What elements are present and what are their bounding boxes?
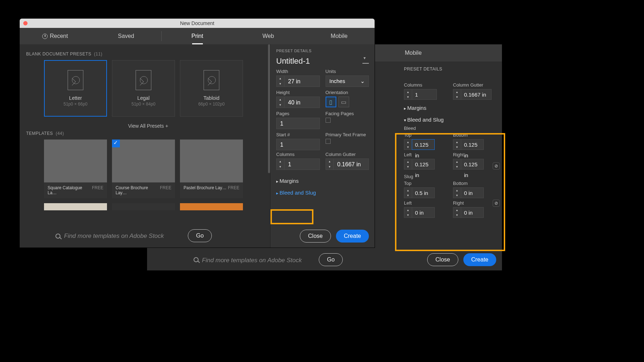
- back-stock-search[interactable]: Find more templates on Adobe Stock: [194, 257, 302, 264]
- gutter-stepper[interactable]: ▴▾: [453, 89, 461, 100]
- close-button[interactable]: Close: [300, 230, 331, 243]
- slug-bottom-value[interactable]: 0 in: [461, 187, 484, 198]
- bleed-top-value[interactable]: 0.125 in: [412, 139, 435, 150]
- bleed-left-value[interactable]: 0.125 in: [412, 159, 435, 170]
- create-button[interactable]: Create: [336, 230, 369, 243]
- preset-tabloid[interactable]: Tabloid 66p0 × 102p0: [180, 60, 243, 117]
- start-label: Start #: [276, 132, 320, 137]
- presets-panel: BLANK DOCUMENT PRESETS (11) Letter 51p0 …: [20, 44, 270, 248]
- columns-label: Columns: [276, 152, 320, 157]
- template-item[interactable]: Square Catalogue La…FREE: [44, 140, 107, 198]
- bleed-bottom-label: Bottom: [453, 132, 496, 138]
- primary-frame-label: Primary Text Frame: [326, 132, 369, 137]
- save-preset-icon[interactable]: [362, 59, 369, 64]
- slug-right-stepper[interactable]: ▴▾: [453, 207, 461, 218]
- search-icon: [55, 234, 60, 239]
- tab-saved[interactable]: Saved: [91, 28, 161, 44]
- back-preset-details-label: PRESET DETAILS: [398, 67, 502, 72]
- template-thumbnail: [112, 140, 175, 182]
- bleed-right-stepper[interactable]: ▴▾: [453, 159, 461, 170]
- slug-right-value[interactable]: 0 in: [461, 207, 484, 218]
- bleed-right-value[interactable]: 0.125 in: [461, 159, 484, 170]
- view-all-presets[interactable]: View All Presets: [26, 123, 270, 129]
- close-traffic-light[interactable]: [23, 21, 28, 25]
- document-icon: [68, 70, 83, 90]
- tab-print[interactable]: Print: [162, 28, 233, 44]
- start-input[interactable]: 1: [276, 139, 320, 150]
- clock-icon: [42, 34, 48, 39]
- back-margins-disclosure[interactable]: Margins: [398, 102, 502, 114]
- preset-details-label: PRESET DETAILS: [276, 49, 369, 53]
- back-columns-value[interactable]: 1: [412, 89, 437, 100]
- width-stepper[interactable]: ▴▾: [276, 75, 284, 87]
- search-icon: [194, 257, 199, 262]
- orientation-label: Orientation: [326, 90, 369, 95]
- slug-link-icon[interactable]: ⊘: [493, 200, 500, 207]
- preset-details-panel: PRESET DETAILS Untitled-1 Width ▴▾27 in …: [270, 44, 375, 248]
- bleed-left-label: Left: [404, 152, 447, 157]
- stock-search[interactable]: Find more templates on Adobe Stock: [55, 233, 164, 240]
- slug-left-stepper[interactable]: ▴▾: [404, 207, 412, 218]
- gutter-input[interactable]: 0.1667 in: [333, 158, 369, 170]
- orientation-portrait[interactable]: ▯: [326, 97, 336, 107]
- bleed-left-stepper[interactable]: ▴▾: [404, 159, 412, 170]
- bleedslug-disclosure[interactable]: Bleed and Slug: [276, 187, 369, 199]
- pages-input[interactable]: 1: [276, 118, 320, 129]
- back-gutter-label: Column Gutter: [453, 82, 496, 88]
- document-icon: [136, 70, 151, 90]
- tab-web[interactable]: Web: [233, 28, 304, 44]
- tab-recent[interactable]: Recent: [20, 28, 91, 44]
- back-gutter-value[interactable]: 0.1667 in: [461, 89, 492, 100]
- height-label: Height: [276, 90, 320, 95]
- back-close-button[interactable]: Close: [427, 253, 458, 266]
- back-create-button[interactable]: Create: [463, 253, 496, 266]
- bleed-bottom-value[interactable]: 0.125 in: [461, 139, 484, 150]
- margins-disclosure[interactable]: Margins: [276, 175, 369, 187]
- units-select[interactable]: Inches⌄: [326, 75, 369, 87]
- width-input[interactable]: 27 in: [284, 75, 320, 87]
- bleed-section-label: Bleed: [404, 126, 496, 131]
- columns-input[interactable]: 1: [284, 158, 320, 170]
- slug-bottom-label: Bottom: [453, 181, 496, 186]
- columns-stepper[interactable]: ▴▾: [404, 89, 412, 100]
- height-stepper[interactable]: ▴▾: [276, 97, 284, 108]
- back-preset-details-panel: PRESET DETAILS Columns ▴▾1 Column Gutter…: [398, 67, 502, 218]
- slug-left-value[interactable]: 0 in: [412, 207, 435, 218]
- facing-pages-checkbox[interactable]: [326, 118, 331, 123]
- titlebar: New Document: [20, 19, 375, 28]
- tab-mobile[interactable]: Mobile: [304, 28, 375, 44]
- slug-left-label: Left: [404, 200, 447, 206]
- slug-top-value[interactable]: 0.5 in: [412, 187, 435, 198]
- back-columns-label: Columns: [404, 82, 447, 88]
- bleed-top-stepper[interactable]: ▴▾: [404, 139, 412, 150]
- blank-presets-header: BLANK DOCUMENT PRESETS (11): [26, 52, 270, 57]
- columns-stepper[interactable]: ▴▾: [276, 158, 284, 170]
- document-name[interactable]: Untitled-1: [276, 57, 310, 66]
- new-document-window: New Document Recent Saved Print Web Mobi…: [20, 19, 375, 248]
- go-button[interactable]: Go: [188, 229, 212, 242]
- height-input[interactable]: 40 in: [284, 97, 320, 108]
- slug-top-stepper[interactable]: ▴▾: [404, 187, 412, 198]
- scrollbar[interactable]: [268, 44, 270, 173]
- preset-legal[interactable]: Legal 51p0 × 84p0: [112, 60, 175, 117]
- landscape-icon: ▭: [341, 99, 346, 106]
- primary-frame-checkbox[interactable]: [326, 139, 331, 144]
- slug-right-label: Right: [453, 200, 496, 206]
- portrait-icon: ▯: [329, 99, 332, 106]
- template-thumbnail: [44, 140, 107, 182]
- back-go-button[interactable]: Go: [319, 253, 343, 266]
- bleed-bottom-stepper[interactable]: ▴▾: [453, 139, 461, 150]
- slug-bottom-stepper[interactable]: ▴▾: [453, 187, 461, 198]
- template-thumbnail: [180, 140, 243, 182]
- template-item[interactable]: Course Brochure Lay…FREE: [112, 140, 175, 198]
- window-title: New Document: [28, 20, 367, 26]
- orientation-landscape[interactable]: ▭: [338, 97, 349, 107]
- template-item[interactable]: Pastel Brochure Lay…FREE: [180, 140, 243, 198]
- gutter-label: Column Gutter: [326, 152, 369, 157]
- bleed-right-label: Right: [453, 152, 496, 157]
- bleed-link-icon[interactable]: ⊘: [493, 162, 500, 170]
- pages-label: Pages: [276, 111, 320, 116]
- gutter-stepper[interactable]: ▴▾: [326, 158, 333, 170]
- preset-letter[interactable]: Letter 51p0 × 66p0: [44, 60, 107, 117]
- back-bleedslug-disclosure[interactable]: Bleed and Slug: [398, 114, 502, 126]
